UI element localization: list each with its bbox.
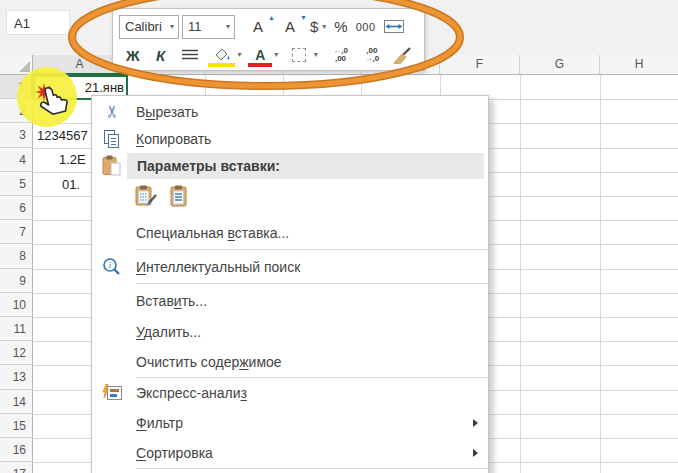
menu-item-paste-options-header[interactable]: Параметры вставки: (92, 152, 488, 180)
merge-center-icon (384, 19, 404, 34)
center-align-button[interactable] (175, 42, 206, 68)
submenu-arrow-icon (473, 419, 478, 427)
bold-icon: Ж (126, 47, 140, 64)
percent-icon: % (334, 18, 347, 35)
menu-separator (136, 468, 488, 469)
menu-item-insert[interactable]: Вставить... (92, 284, 488, 317)
row-header-17[interactable]: 17 (0, 462, 33, 473)
paste-values-icon (169, 185, 191, 212)
menu-header-label: Параметры вставки: (92, 158, 280, 174)
row-header-11[interactable]: 11 (0, 317, 33, 341)
menu-item-copy[interactable]: Копировать (92, 125, 488, 152)
menu-item-label: Очистить содержимое (92, 354, 282, 370)
excel-window: A1 AFGH123456789101112131415161721.янв12… (0, 0, 678, 473)
decrease-font-size-button[interactable]: A ▼ (274, 14, 306, 40)
menu-item-paste-special[interactable]: Специальная вставка... (92, 216, 488, 249)
mini-toolbar-row-2: Ж К ▾ А (119, 41, 419, 69)
chevron-down-icon[interactable]: ▾ (237, 51, 241, 59)
chevron-down-icon[interactable]: ▾ (322, 23, 326, 31)
menu-item-label: Интеллектуальный поиск (92, 259, 300, 275)
thousands-icon: 000 (356, 21, 376, 33)
decrease-decimal-button[interactable]: ←,0 ,00 (325, 42, 356, 68)
fill-color-button[interactable] (206, 42, 237, 68)
mini-toolbar: Calibri ▾ 11 ▾ A ▲ A ▼ $ ▾ % 0 (112, 8, 425, 71)
borders-icon (292, 48, 306, 62)
format-painter-button[interactable] (388, 42, 419, 68)
row-header-14[interactable]: 14 (0, 390, 33, 414)
context-menu: ✂ВырезатьКопироватьПараметры вставки:Спе… (91, 95, 489, 473)
decrease-decimal-icon: ←,0 ,00 (333, 47, 348, 63)
bold-button[interactable]: Ж (119, 42, 147, 68)
row-header-12[interactable]: 12 (0, 341, 33, 365)
chevron-down-icon[interactable]: ▾ (226, 23, 230, 31)
format-painter-brush-icon (393, 46, 413, 64)
copy-icon (101, 128, 123, 150)
smart-lookup-icon: i (101, 256, 123, 278)
menu-item-label: Сортировка (92, 445, 213, 461)
row-header-6[interactable]: 6 (0, 196, 33, 220)
menu-item-clear-contents[interactable]: Очистить содержимое (92, 347, 488, 377)
increase-font-size-button[interactable]: A ▲ (242, 14, 274, 40)
menu-item-sort[interactable]: Сортировка (92, 438, 488, 468)
increase-font-letter: A (253, 18, 263, 35)
menu-item-quick-analysis[interactable]: Экспресс-анализ (92, 378, 488, 408)
italic-icon: К (156, 47, 165, 64)
menu-item-smart-lookup[interactable]: iИнтеллектуальный поиск (92, 250, 488, 283)
font-size-combo[interactable]: 11 ▾ (182, 15, 235, 39)
font-color-button[interactable]: А (246, 42, 274, 68)
font-color-letter: А (255, 47, 265, 63)
percent-style-button[interactable]: % (330, 14, 351, 40)
increase-decimal-button[interactable]: ,00 →,0 (356, 42, 387, 68)
paste-values-button[interactable] (167, 185, 193, 211)
menu-item-label: Удалить... (92, 324, 201, 340)
quick-analysis-icon (101, 382, 123, 404)
font-size-value: 11 (188, 19, 202, 34)
menu-item-delete[interactable]: Удалить... (92, 317, 488, 347)
row-header-10[interactable]: 10 (0, 293, 33, 317)
align-lines-icon (182, 49, 198, 62)
borders-button[interactable] (284, 42, 314, 68)
row-header-15[interactable]: 15 (0, 414, 33, 438)
menu-item-label: Вставить... (92, 293, 207, 309)
menu-item-filter[interactable]: Фильтр (92, 408, 488, 438)
font-color-bar (248, 63, 272, 67)
menu-item-label: Специальная вставка... (92, 225, 289, 241)
column-header-G[interactable]: G (520, 55, 600, 75)
chevron-down-icon[interactable]: ▾ (314, 51, 318, 59)
column-header-F[interactable]: F (440, 55, 520, 75)
font-name-combo[interactable]: Calibri ▾ (119, 15, 179, 39)
row-header-13[interactable]: 13 (0, 365, 33, 389)
menu-item-label: Фильтр (92, 415, 183, 431)
mini-toolbar-row-1: Calibri ▾ 11 ▾ A ▲ A ▼ $ ▾ % 0 (119, 12, 419, 41)
row-header-16[interactable]: 16 (0, 438, 33, 462)
row-header-8[interactable]: 8 (0, 244, 33, 268)
row-header-5[interactable]: 5 (0, 172, 33, 196)
accounting-format-button[interactable]: $ (306, 14, 322, 40)
scissors-icon: ✂ (101, 101, 123, 123)
paste-keep-formatting-button[interactable] (134, 185, 160, 211)
decrease-font-letter: A (285, 18, 295, 35)
paste-keep-formatting-icon (135, 185, 159, 212)
row-header-7[interactable]: 7 (0, 220, 33, 244)
fill-color-bar (208, 63, 235, 67)
merge-center-button[interactable] (380, 14, 408, 40)
menu-item-cut[interactable]: ✂Вырезать (92, 98, 488, 125)
chevron-down-icon[interactable]: ▾ (170, 23, 174, 31)
submenu-arrow-icon (473, 449, 478, 457)
increase-decimal-icon: ,00 →,0 (365, 47, 380, 63)
italic-button[interactable]: К (147, 42, 175, 68)
menu-item-paste-options[interactable] (92, 180, 488, 216)
click-indicator (12, 62, 92, 142)
chevron-down-icon[interactable]: ▾ (274, 51, 278, 59)
name-box[interactable]: A1 (6, 10, 70, 35)
font-name-value: Calibri (125, 19, 162, 34)
column-header-H[interactable]: H (600, 55, 678, 75)
row-header-9[interactable]: 9 (0, 269, 33, 293)
comma-style-button[interactable]: 000 (352, 14, 380, 40)
row-header-4[interactable]: 4 (0, 148, 33, 172)
dollar-icon: $ (310, 18, 318, 35)
fill-bucket-icon (212, 47, 232, 64)
